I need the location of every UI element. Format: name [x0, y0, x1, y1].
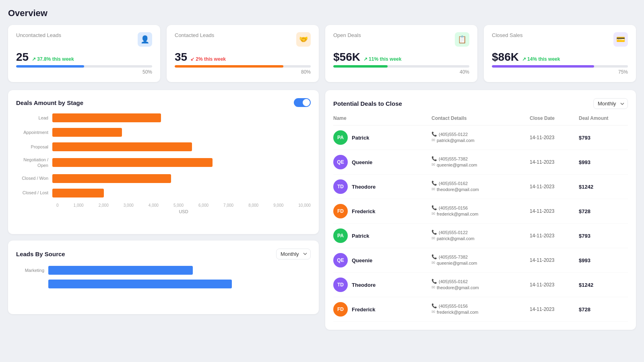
- card-label-open_deals: Open Deals: [333, 32, 361, 38]
- person-name: Queenie: [352, 257, 372, 263]
- leads-bar-fill: [48, 266, 193, 275]
- contact-email: patrick@gmail.com: [437, 138, 475, 143]
- deals-chart-toggle[interactable]: [294, 98, 311, 107]
- card-label-contacted: Contacted Leads: [175, 32, 214, 38]
- avatar: TD: [333, 179, 348, 194]
- card-label-uncontacted: Uncontacted Leads: [16, 32, 61, 38]
- deal-amount: $793: [579, 135, 628, 141]
- bar-row: Proposal: [16, 142, 311, 151]
- leads-bar-label: Marketing: [16, 268, 48, 273]
- contact-email-line: ✉ queenie@gmail.com: [431, 260, 530, 265]
- contact-phone-line: 📞 (405)555-0156: [431, 303, 530, 309]
- bar-label: Proposal: [16, 144, 52, 150]
- close-date: 14-11-2023: [530, 257, 579, 263]
- contact-email-line: ✉ patrick@gmail.com: [431, 236, 530, 241]
- person-name: Theodore: [352, 184, 376, 190]
- deals-chart-title: Deals Amount by Stage: [16, 99, 83, 106]
- bar-row: Closed / Lost: [16, 189, 311, 197]
- avatar: PA: [333, 228, 348, 243]
- contact-phone-line: 📞 (405)555-0162: [431, 279, 530, 284]
- card-trend-uncontacted: ↗ 37.8% this week: [32, 56, 74, 62]
- person-cell: PA Patrick: [333, 228, 431, 243]
- bar-label: Appointment: [16, 130, 52, 135]
- progress-label-closed_sales: 75%: [492, 69, 628, 75]
- potential-deals-panel: Potential Deals to Close MonthlyWeeklyDa…: [325, 90, 636, 330]
- contact-cell: 📞 (405)555-0162 ✉ theodore@gmail.com: [431, 181, 530, 193]
- card-icon-uncontacted: 👤: [138, 32, 152, 47]
- bar-fill: [52, 189, 104, 197]
- email-icon: ✉: [431, 236, 435, 241]
- email-icon: ✉: [431, 260, 435, 265]
- contact-cell: 📞 (405)555-0156 ✉ frederick@gmail.com: [431, 205, 530, 217]
- top-cards-grid: Uncontacted Leads 👤 25 ↗ 37.8% this week…: [8, 25, 636, 82]
- table-body: PA Patrick 📞 (405)555-0122 ✉ patrick@gma…: [333, 125, 628, 322]
- leads-bar-track: [48, 280, 311, 288]
- person-name: Theodore: [352, 282, 376, 288]
- avatar: TD: [333, 278, 348, 292]
- close-date: 14-11-2023: [530, 282, 579, 288]
- leads-bar-row: Marketing: [16, 266, 311, 275]
- table-row: TD Theodore 📞 (405)555-0162 ✉ theodore@g…: [333, 273, 628, 297]
- progress-fill-closed_sales: [492, 65, 594, 68]
- avatar: QE: [333, 155, 348, 169]
- x-tick: 1,000: [74, 203, 84, 208]
- close-date: 14-11-2023: [530, 306, 579, 312]
- contact-cell: 📞 (405)555-0162 ✉ theodore@gmail.com: [431, 279, 530, 291]
- contact-email-line: ✉ queenie@gmail.com: [431, 162, 530, 167]
- card-value-uncontacted: 25 ↗ 37.8% this week: [16, 51, 152, 64]
- card-value-open_deals: $56K ↗ 11% this week: [333, 51, 469, 64]
- bar-label: Closed / Lost: [16, 190, 52, 195]
- close-date: 14-11-2023: [530, 184, 579, 189]
- leads-by-source-card: Leads By Source MonthlyWeeklyDaily Marke…: [8, 241, 319, 314]
- bar-track: [52, 142, 311, 151]
- contact-email: queenie@gmail.com: [437, 162, 477, 167]
- table-row: QE Queenie 📞 (405)555-7382 ✉ queenie@gma…: [333, 150, 628, 175]
- table-header-cell: Close Date: [530, 115, 579, 121]
- contact-phone: (405)555-7382: [439, 156, 468, 161]
- progress-label-contacted: 80%: [175, 69, 311, 75]
- deal-amount: $1242: [579, 184, 628, 190]
- progress-bg-uncontacted: [16, 65, 152, 68]
- x-tick: 0: [56, 203, 59, 208]
- email-icon: ✉: [431, 211, 435, 216]
- email-icon: ✉: [431, 138, 435, 143]
- bar-track: [52, 113, 311, 122]
- person-cell: FD Frederick: [333, 204, 431, 218]
- page-title: Overview: [8, 8, 636, 19]
- phone-icon: 📞: [431, 303, 437, 309]
- card-trend-contacted: ↙ 2% this week: [190, 56, 226, 62]
- progress-label-uncontacted: 50%: [16, 69, 152, 75]
- progress-fill-uncontacted: [16, 65, 84, 68]
- contact-email: frederick@gmail.com: [437, 310, 478, 315]
- close-date: 14-11-2023: [530, 233, 579, 239]
- deal-amount: $793: [579, 233, 628, 239]
- x-tick: 2,000: [99, 203, 109, 208]
- contact-phone-line: 📞 (405)555-7382: [431, 254, 530, 259]
- close-date: 14-11-2023: [530, 208, 579, 214]
- bar-fill: [52, 128, 122, 137]
- bar-row: Closed / Won: [16, 174, 311, 183]
- avatar: QE: [333, 253, 348, 267]
- leads-bar-row: [16, 280, 311, 288]
- leads-chart-title: Leads By Source: [16, 251, 65, 257]
- contact-email: patrick@gmail.com: [437, 236, 475, 241]
- leads-dropdown[interactable]: MonthlyWeeklyDaily: [276, 249, 311, 259]
- card-uncontacted: Uncontacted Leads 👤 25 ↗ 37.8% this week…: [8, 25, 160, 82]
- person-name: Queenie: [352, 159, 372, 165]
- contact-phone: (405)555-0162: [439, 279, 468, 284]
- table-row: PA Patrick 📞 (405)555-0122 ✉ patrick@gma…: [333, 224, 628, 248]
- table-row: PA Patrick 📞 (405)555-0122 ✉ patrick@gma…: [333, 125, 628, 150]
- bar-row: Lead: [16, 113, 311, 122]
- phone-icon: 📞: [431, 181, 437, 186]
- bar-track: [52, 158, 311, 167]
- deals-bar-chart: Lead Appointment Proposal Negotiation /O…: [16, 113, 311, 226]
- table-header-cell: Name: [333, 115, 431, 121]
- bar-fill: [52, 174, 171, 183]
- deals-table-dropdown[interactable]: MonthlyWeeklyDaily: [593, 98, 628, 109]
- contact-phone: (405)555-0156: [439, 206, 468, 210]
- contact-phone-line: 📞 (405)555-0156: [431, 205, 530, 210]
- person-cell: PA Patrick: [333, 130, 431, 145]
- contact-phone-line: 📞 (405)555-7382: [431, 156, 530, 161]
- contact-phone-line: 📞 (405)555-0162: [431, 181, 530, 186]
- card-contacted: Contacted Leads 🤝 35 ↙ 2% this week 80%: [167, 25, 319, 82]
